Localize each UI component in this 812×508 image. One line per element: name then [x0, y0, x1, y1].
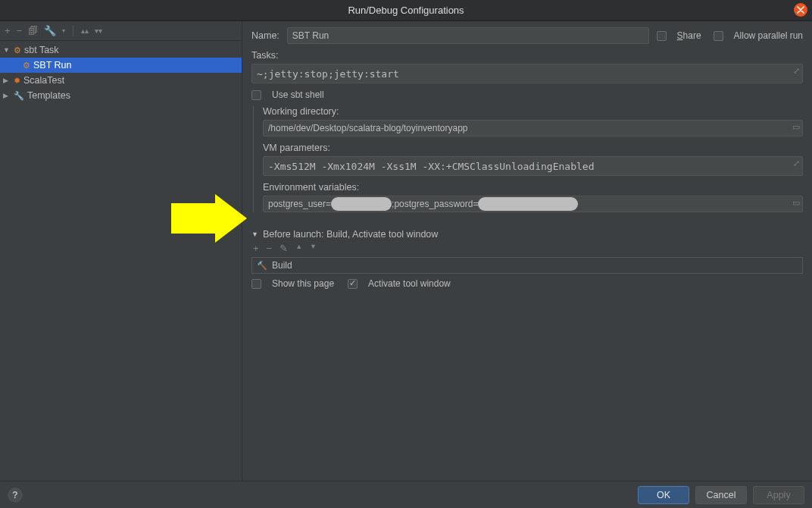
tree-label: SBT Run [33, 60, 72, 71]
env-vars-label: Environment variables: [263, 182, 803, 193]
apply-button[interactable]: Apply [753, 486, 804, 504]
tasks-input[interactable] [251, 64, 803, 83]
env-vars-input[interactable]: postgres_user= ;postgres_password= [263, 196, 803, 212]
dialog-footer: ? OK Cancel Apply [0, 481, 812, 508]
share-checkbox[interactable]: Share [657, 30, 701, 41]
allow-parallel-checkbox[interactable]: Allow parallel run [714, 30, 803, 41]
browse-icon[interactable]: ▭ [792, 198, 800, 208]
copy-icon[interactable]: 🗐 [28, 25, 38, 36]
config-tree-pane: + − 🗐 🔧 ▾ ▴▴ ▾▾ ▼ ⚙ sbt Task ⚙ SBT Run ▶… [0, 21, 242, 481]
use-sbt-shell-checkbox[interactable]: Use sbt shell [251, 89, 803, 100]
config-form: Name: Share Allow parallel run Tasks: ⤢ … [242, 21, 812, 481]
before-launch-item[interactable]: 🔨 Build [251, 257, 803, 274]
expand-icon[interactable]: ⤢ [793, 66, 800, 76]
flame-icon: ✹ [14, 76, 20, 86]
working-dir-input[interactable] [263, 120, 803, 136]
config-tree[interactable]: ▼ ⚙ sbt Task ⚙ SBT Run ▶ ✹ ScalaTest ▶ 🔧… [0, 41, 242, 105]
tree-label: ScalaTest [23, 75, 64, 86]
working-dir-label: Working directory: [263, 106, 803, 117]
add-icon[interactable]: + [253, 243, 259, 254]
folder-icon[interactable]: ▭ [792, 122, 800, 132]
tasks-label: Tasks: [251, 50, 803, 61]
close-icon[interactable] [794, 3, 807, 17]
gear-icon: ⚙ [23, 61, 30, 71]
chevron-down-icon[interactable]: ▼ [251, 230, 258, 238]
chevron-right-icon[interactable]: ▶ [3, 92, 11, 99]
remove-icon[interactable]: − [267, 243, 273, 254]
remove-icon[interactable]: − [17, 25, 23, 36]
settings-icon[interactable]: 🔧 [44, 25, 56, 36]
chevron-down-icon[interactable]: ▾ [62, 27, 65, 34]
down-icon[interactable]: ▼ [310, 243, 317, 254]
activate-tool-window-checkbox[interactable]: Activate tool window [348, 278, 451, 289]
ok-button[interactable]: OK [638, 486, 689, 504]
add-icon[interactable]: + [5, 25, 11, 36]
help-button[interactable]: ? [8, 488, 23, 503]
edit-icon[interactable]: ✎ [280, 243, 288, 254]
before-launch-header[interactable]: ▼ Before launch: Build, Activate tool wi… [251, 229, 803, 240]
tree-node-sbt-run[interactable]: ⚙ SBT Run [0, 58, 242, 73]
up-icon[interactable]: ▲ [295, 243, 302, 254]
chevron-down-icon[interactable]: ▼ [3, 46, 11, 54]
tree-toolbar: + − 🗐 🔧 ▾ ▴▴ ▾▾ [0, 21, 242, 41]
move-down-icon[interactable]: ▾▾ [95, 27, 102, 35]
window-title: Run/Debug Configurations [348, 5, 464, 16]
tree-node-sbt-task[interactable]: ▼ ⚙ sbt Task [0, 42, 242, 58]
tree-node-scalatest[interactable]: ▶ ✹ ScalaTest [0, 73, 242, 88]
tree-node-templates[interactable]: ▶ 🔧 Templates [0, 88, 242, 103]
name-input[interactable] [287, 27, 649, 44]
vm-params-input[interactable] [263, 156, 803, 176]
cancel-button[interactable]: Cancel [695, 486, 747, 504]
titlebar: Run/Debug Configurations [0, 0, 812, 21]
expand-icon[interactable]: ⤢ [793, 158, 800, 168]
tree-label: sbt Task [24, 45, 59, 55]
svg-marker-0 [171, 194, 247, 243]
tree-label: Templates [27, 90, 70, 101]
wrench-icon: 🔧 [14, 91, 24, 101]
show-this-page-checkbox[interactable]: Show this page [251, 278, 334, 289]
highlight-arrow-icon [171, 194, 247, 243]
hammer-icon: 🔨 [257, 261, 267, 271]
move-up-icon[interactable]: ▴▴ [81, 27, 89, 35]
gear-icon: ⚙ [14, 45, 21, 55]
chevron-right-icon[interactable]: ▶ [3, 77, 11, 84]
vm-params-label: VM parameters: [263, 143, 803, 153]
before-launch-toolbar: + − ✎ ▲ ▼ [251, 240, 803, 257]
name-label: Name: [251, 30, 280, 41]
